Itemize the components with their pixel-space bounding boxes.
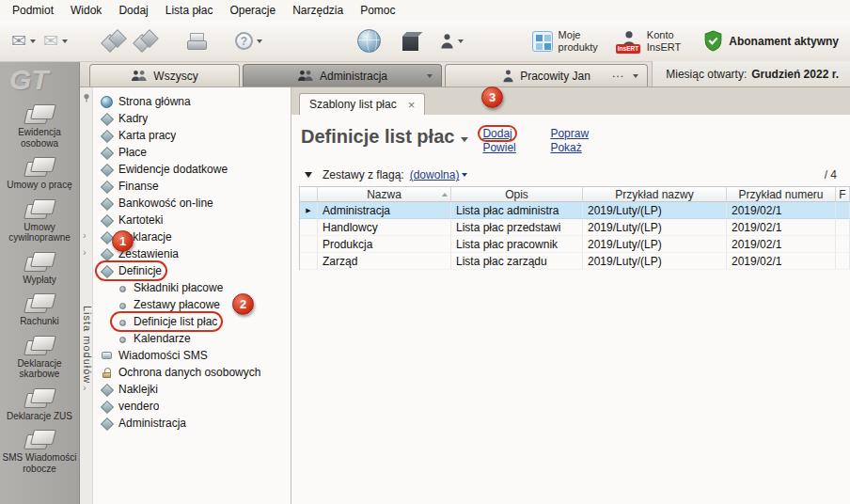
sidebar-item[interactable]: Deklaracje ZUS (0, 383, 79, 425)
panel-strip: Lista modułów (80, 87, 93, 504)
module-panel: Lista modułów Strona główna Kadry Karta … (80, 87, 291, 504)
table-row[interactable]: Zarząd Lista płac zarządu 2019/Luty/(LP)… (300, 253, 850, 270)
send-mail-button[interactable]: ✉ (8, 25, 39, 57)
definitions-table: Nazwa Opis Przykład nazwy Przykład numer… (299, 186, 850, 270)
col-przyklad-nazwy[interactable]: Przykład nazwy (583, 186, 727, 202)
pin-icon[interactable] (82, 92, 91, 105)
action-link[interactable]: Dodaj (480, 127, 514, 140)
module-item[interactable]: vendero (97, 398, 163, 415)
table-row[interactable]: Administracja Lista płac administra 2019… (300, 202, 850, 219)
tab-pracowity-jan[interactable]: Pracowity Jan ... (445, 64, 648, 87)
menu-item[interactable]: Dodaj (110, 1, 156, 20)
month-value: Grudzień 2022 r. (751, 68, 839, 81)
collapse-filter-icon[interactable] (305, 172, 312, 178)
nav-items: Ewidencja osobowa Umowy o pracę Umowy cy… (0, 99, 79, 477)
action-link[interactable]: Pokaż (547, 141, 584, 154)
module-item[interactable]: Naklejki (97, 381, 162, 398)
module-item[interactable]: Definicje list płac (112, 313, 221, 330)
sidebar-item[interactable]: Deklaracje skarbowe (0, 330, 79, 383)
chevron-down-icon[interactable] (633, 74, 638, 78)
chevron-down-icon[interactable] (427, 74, 433, 78)
module-icon (101, 147, 113, 159)
module-item[interactable]: Płace (97, 144, 150, 161)
sidebar-item[interactable]: Ewidencja osobowa (0, 99, 79, 151)
sidebar-item[interactable]: Wypłaty (0, 246, 79, 289)
module-list: Strona główna Kadry Karta pracy Płace (93, 93, 291, 432)
module-item[interactable]: Definicje (97, 262, 165, 279)
online-services-button[interactable] (353, 25, 385, 57)
documents-icon (24, 334, 55, 356)
documents-icon (24, 291, 55, 314)
close-icon[interactable]: × (408, 99, 416, 111)
module-item[interactable]: Administracja (97, 415, 190, 432)
person-icon (502, 70, 514, 83)
module-item[interactable]: Zestawy płacowe (112, 296, 224, 313)
module-item[interactable]: Karta pracy (97, 127, 180, 144)
module-item[interactable]: Zestawienia (97, 245, 182, 262)
module-icon (101, 401, 113, 413)
page-title[interactable]: Definicje list płac (301, 126, 468, 148)
menu-item[interactable]: Pomoc (352, 1, 403, 20)
module-item[interactable]: Wiadomości SMS (97, 347, 212, 364)
receive-mail-button[interactable]: ✉ (39, 25, 71, 57)
tab-wszyscy[interactable]: Wszyscy (89, 64, 240, 87)
sidebar-item[interactable]: SMS Wiadomości robocze (0, 424, 79, 477)
stamp-tool-button[interactable] (98, 25, 130, 57)
abonament-status[interactable]: Abonament aktywny (700, 28, 842, 54)
archive-button[interactable] (394, 25, 426, 57)
col-nazwa[interactable]: Nazwa (318, 186, 451, 202)
globe-icon (357, 29, 381, 53)
tab-administracja[interactable]: Administracja (243, 64, 442, 87)
table-row[interactable]: Handlowcy Lista płac przedstawi 2019/Lut… (300, 219, 850, 236)
moje-produkty-label: Moje produkty (559, 29, 598, 53)
cell-opis: Lista płac zarządu (451, 253, 583, 270)
konto-insert-button[interactable]: InsERT Konto InsERT (617, 27, 685, 55)
module-item[interactable]: Strona główna (97, 93, 195, 110)
print-button[interactable] (181, 25, 212, 57)
module-item[interactable]: Deklaracje (97, 228, 176, 245)
module-item[interactable]: Kartoteki (97, 212, 166, 228)
action-link[interactable]: Popraw (547, 127, 591, 140)
stamp-tool-2-button[interactable] (130, 25, 162, 57)
menu-item[interactable]: Podmiot (4, 1, 62, 20)
module-item[interactable]: Ochrona danych osobowych (97, 364, 264, 381)
module-item[interactable]: Ewidencje dodatkowe (97, 161, 231, 178)
menu-item[interactable]: Widok (62, 1, 110, 20)
module-item[interactable]: Finanse (97, 178, 163, 195)
cell-nazwa: Handlowcy (318, 219, 451, 236)
documents-icon (24, 428, 55, 450)
filter-flag-dropdown[interactable]: (dowolna) (410, 168, 468, 181)
menu-item[interactable]: Lista płac (157, 1, 222, 20)
menu-item[interactable]: Narzędzia (284, 1, 352, 20)
cell-przyklad-nazwy: 2019/Luty/(LP) (583, 236, 727, 253)
cell-f (836, 219, 850, 236)
menu-item[interactable]: Operacje (221, 1, 284, 20)
employee-actions-button[interactable] (435, 25, 467, 57)
cell-opis: Lista płac administra (451, 202, 583, 219)
documents-icon (24, 155, 55, 178)
tab-szablony-list-plac[interactable]: Szablony list płac × (299, 93, 425, 115)
sidebar-item[interactable]: Umowy o pracę (0, 151, 79, 194)
module-icon (101, 417, 113, 430)
cell-nazwa: Administracja (318, 202, 451, 219)
action-link[interactable]: Powiel (480, 141, 518, 154)
annotation-step-1: 1 (112, 230, 134, 252)
module-item[interactable]: Kadry (97, 110, 151, 127)
documents-icon (24, 250, 55, 273)
module-item[interactable]: Bankowość on-line (97, 195, 217, 212)
sidebar-item[interactable]: Umowy cywilnoprawne (0, 194, 79, 246)
help-button[interactable]: ? (231, 25, 266, 57)
row-selector (300, 219, 318, 236)
sidebar-item[interactable]: Rachunki (0, 288, 79, 330)
more-indicator[interactable]: ... (612, 67, 624, 80)
col-opis[interactable]: Opis (451, 186, 583, 202)
printer-icon (185, 31, 208, 52)
stamps-icon (102, 30, 126, 53)
moje-produkty-button[interactable]: Moje produkty (528, 27, 602, 55)
module-item[interactable]: Składniki płacowe (112, 279, 227, 296)
table-row[interactable]: Produkcja Lista płac pracownik 2019/Luty… (300, 236, 850, 253)
cell-f (836, 236, 850, 253)
col-f[interactable]: F (836, 186, 850, 202)
module-item[interactable]: Kalendarze (112, 330, 195, 347)
col-przyklad-numeru[interactable]: Przykład numeru (727, 186, 836, 202)
